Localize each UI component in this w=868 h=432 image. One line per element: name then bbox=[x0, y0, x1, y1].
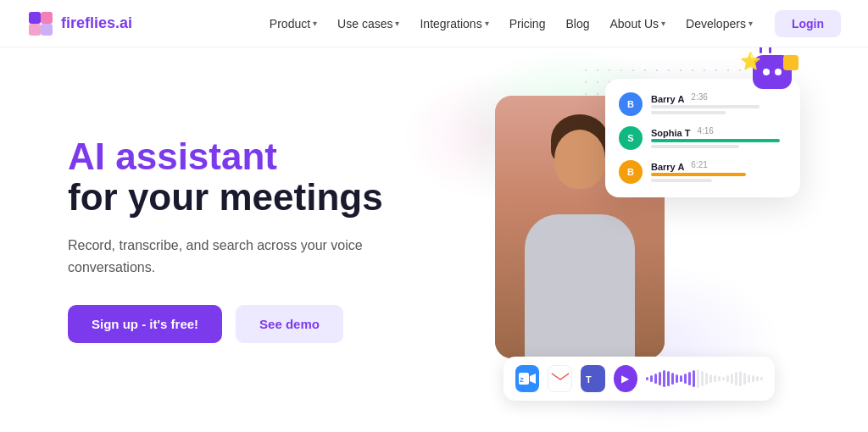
login-button[interactable]: Login bbox=[775, 10, 841, 37]
nav-link-blog[interactable]: Blog bbox=[557, 10, 598, 37]
avatar-barry-2: B bbox=[619, 160, 643, 184]
nav-link-developers[interactable]: Developers ▾ bbox=[677, 10, 761, 37]
wave-bar-25 bbox=[752, 375, 754, 382]
transcript-bar-1a bbox=[651, 105, 760, 108]
wave-bar-5 bbox=[667, 371, 670, 386]
bottom-toolbar: Z T bbox=[504, 357, 775, 401]
yellow-square-decoration bbox=[783, 55, 798, 70]
transcript-time-1: 2:36 bbox=[691, 92, 707, 102]
play-icon: ▶ bbox=[621, 373, 629, 385]
logo-text-part2: .ai bbox=[115, 14, 132, 31]
transcript-bar-3b bbox=[651, 179, 712, 182]
svg-rect-3 bbox=[41, 24, 53, 36]
wave-bar-27 bbox=[760, 377, 763, 380]
zoom-icon[interactable]: Z bbox=[515, 365, 539, 392]
signup-button[interactable]: Sign up - it's free! bbox=[68, 305, 222, 343]
wave-bar-20 bbox=[731, 374, 733, 384]
chevron-down-icon: ▾ bbox=[395, 19, 399, 28]
robot-mascot: ⭐ bbox=[753, 55, 792, 89]
nav-item-integrations[interactable]: Integrations ▾ bbox=[411, 10, 497, 37]
nav-link-integrations[interactable]: Integrations ▾ bbox=[411, 10, 497, 37]
nav-item-usecases[interactable]: Use cases ▾ bbox=[329, 10, 408, 37]
antenna-right bbox=[769, 47, 771, 53]
transcript-info-3: Barry A 6:21 bbox=[651, 160, 787, 184]
wave-bar-10 bbox=[688, 372, 691, 385]
wave-bar-2 bbox=[654, 374, 657, 384]
wave-bar-0 bbox=[646, 377, 648, 380]
wave-bar-18 bbox=[722, 377, 725, 380]
hero-title-highlight: AI assistant bbox=[68, 136, 434, 177]
nav-item-blog[interactable]: Blog bbox=[557, 10, 598, 37]
person-body bbox=[525, 214, 635, 358]
chevron-down-icon: ▾ bbox=[313, 19, 317, 28]
nav-item-product[interactable]: Product ▾ bbox=[261, 10, 326, 37]
avatar-sophia: S bbox=[619, 126, 643, 150]
wave-bar-3 bbox=[659, 372, 661, 385]
robot-eye-left bbox=[763, 69, 770, 75]
wave-bar-11 bbox=[693, 370, 695, 387]
transcript-info-2: Sophia T 4:16 bbox=[651, 126, 787, 150]
hero-right: ⭐ B Barry A 2:36 S bbox=[434, 47, 800, 432]
transcript-item-1: B Barry A 2:36 bbox=[619, 92, 787, 116]
mockup-container: ⭐ B Barry A 2:36 S bbox=[495, 79, 800, 401]
hero-title-main: for your meetings bbox=[68, 177, 434, 218]
chevron-down-icon: ▾ bbox=[748, 19, 753, 28]
nav-link-product[interactable]: Product ▾ bbox=[261, 10, 326, 37]
hero-description: Record, transcribe, and search across yo… bbox=[68, 235, 373, 278]
hero-section: AI assistant for your meetings Record, t… bbox=[0, 47, 868, 432]
wave-bar-17 bbox=[718, 376, 721, 381]
logo-text: fireflies.ai bbox=[61, 14, 132, 32]
transcript-name-2: Sophia T bbox=[651, 128, 690, 138]
nav-link-usecases[interactable]: Use cases ▾ bbox=[329, 10, 408, 37]
wave-bar-6 bbox=[671, 373, 674, 385]
svg-rect-1 bbox=[41, 12, 53, 24]
nav-link-about[interactable]: About Us ▾ bbox=[601, 10, 674, 37]
svg-rect-0 bbox=[29, 12, 41, 24]
svg-rect-2 bbox=[29, 24, 41, 36]
star-icon: ⭐ bbox=[740, 51, 761, 71]
avatar-barry-1: B bbox=[619, 92, 643, 116]
nav-item-developers[interactable]: Developers ▾ bbox=[677, 10, 761, 37]
transcript-name-3: Barry A bbox=[651, 162, 684, 172]
wave-bar-24 bbox=[748, 374, 750, 383]
demo-button[interactable]: See demo bbox=[236, 305, 343, 343]
gmail-icon[interactable] bbox=[548, 365, 572, 392]
wave-bar-7 bbox=[676, 374, 678, 383]
chevron-down-icon: ▾ bbox=[661, 19, 665, 28]
waveform bbox=[646, 367, 763, 390]
navbar: fireflies.ai Product ▾ Use cases ▾ Integ… bbox=[0, 0, 868, 47]
wave-bar-14 bbox=[705, 373, 708, 385]
wave-bar-21 bbox=[735, 372, 737, 385]
nav-links: Product ▾ Use cases ▾ Integrations ▾ Pri… bbox=[261, 10, 761, 37]
logo[interactable]: fireflies.ai bbox=[27, 10, 132, 37]
teams-icon[interactable]: T bbox=[581, 365, 604, 392]
hero-left: AI assistant for your meetings Record, t… bbox=[68, 136, 434, 344]
wave-bar-4 bbox=[663, 370, 665, 387]
wave-bar-19 bbox=[726, 375, 729, 382]
robot-eye-right bbox=[775, 69, 782, 75]
transcript-bar-1b bbox=[651, 111, 726, 114]
chevron-down-icon: ▾ bbox=[485, 19, 489, 28]
logo-icon bbox=[27, 10, 54, 37]
transcript-time-2: 4:16 bbox=[697, 126, 713, 136]
wave-bar-9 bbox=[684, 374, 687, 384]
robot-antennae bbox=[760, 47, 771, 53]
play-button[interactable]: ▶ bbox=[614, 365, 637, 392]
hero-buttons: Sign up - it's free! See demo bbox=[68, 305, 434, 343]
wave-bar-23 bbox=[743, 373, 746, 385]
nav-item-about[interactable]: About Us ▾ bbox=[601, 10, 674, 37]
wave-bar-12 bbox=[697, 369, 699, 388]
transcript-bar-2a bbox=[651, 139, 780, 142]
wave-bar-16 bbox=[714, 375, 716, 382]
transcript-bar-2b bbox=[651, 145, 739, 148]
transcript-bar-3a bbox=[651, 173, 746, 176]
logo-text-part1: fireflies bbox=[61, 14, 115, 31]
transcript-item-3: B Barry A 6:21 bbox=[619, 160, 787, 184]
nav-item-pricing[interactable]: Pricing bbox=[501, 10, 554, 37]
svg-text:T: T bbox=[586, 374, 592, 385]
wave-bar-22 bbox=[739, 371, 742, 386]
transcript-panel: ⭐ B Barry A 2:36 S bbox=[605, 79, 800, 197]
wave-bar-8 bbox=[680, 375, 682, 382]
wave-bar-26 bbox=[756, 376, 759, 381]
nav-link-pricing[interactable]: Pricing bbox=[501, 10, 554, 37]
